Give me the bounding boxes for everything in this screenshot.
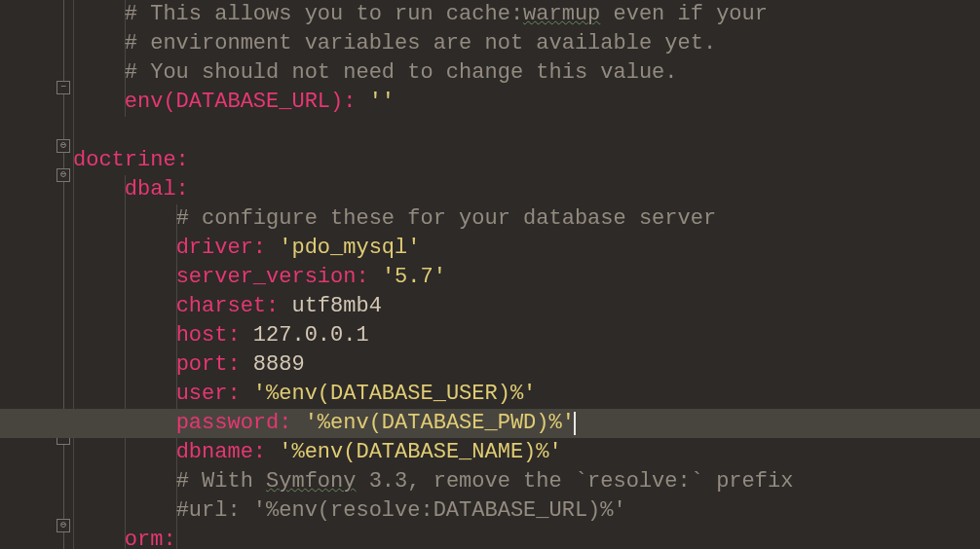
yaml-value: '' — [369, 90, 395, 114]
code-line[interactable]: host: 127.0.0.1 — [73, 321, 980, 350]
yaml-value: '%env(DATABASE_USER)%' — [253, 382, 536, 406]
yaml-value: '%env(DATABASE_NAME)%' — [279, 440, 561, 464]
code-line[interactable]: port: 8889 — [73, 350, 980, 380]
code-line[interactable]: # With Symfony 3.3, remove the `resolve:… — [73, 467, 980, 496]
yaml-value: '5.7' — [382, 265, 446, 289]
code-line[interactable]: driver: 'pdo_mysql' — [73, 234, 980, 263]
code-line[interactable]: doctrine: — [73, 146, 980, 175]
code-line[interactable]: #url: '%env(resolve:DATABASE_URL)%' — [73, 496, 980, 526]
fold-marker-icon[interactable]: ⊖ — [57, 168, 70, 182]
yaml-value: 8889 — [253, 352, 305, 377]
code-line[interactable]: dbname: '%env(DATABASE_NAME)%' — [73, 438, 980, 467]
yaml-key: driver: — [176, 236, 266, 260]
code-line-active[interactable]: password: '%env(DATABASE_PWD)%' — [0, 409, 980, 438]
comment-text: #url: '%env(resolve:DATABASE_URL)%' — [176, 498, 626, 523]
yaml-key: charset: — [176, 294, 280, 318]
yaml-key: env(DATABASE_URL): — [125, 90, 357, 114]
yaml-key: dbname: — [176, 440, 266, 464]
editor-gutter[interactable]: − ⊖ ⊖ − ⊖ — [0, 0, 73, 549]
code-line[interactable]: server_version: '5.7' — [73, 263, 980, 292]
yaml-key: host: — [176, 323, 241, 348]
yaml-key: orm: — [125, 528, 176, 549]
yaml-key: server_version: — [176, 265, 369, 289]
code-line[interactable]: user: '%env(DATABASE_USER)%' — [73, 380, 980, 409]
code-line[interactable]: env(DATABASE_URL): '' — [73, 88, 980, 117]
yaml-value: utf8mb4 — [291, 294, 381, 318]
yaml-value: 'pdo_mysql' — [279, 236, 420, 260]
yaml-key: dbal: — [125, 177, 189, 201]
code-line[interactable]: orm: — [73, 526, 980, 549]
code-editor[interactable]: # This allows you to run cache:warmup ev… — [73, 0, 980, 549]
code-line[interactable]: # configure these for your database serv… — [73, 204, 980, 234]
comment-text: # configure these for your database serv… — [176, 206, 717, 231]
yaml-key: password: — [176, 411, 292, 435]
yaml-key: user: — [176, 382, 241, 406]
text-cursor — [574, 412, 576, 435]
comment-text: # You should not need to change this val… — [125, 60, 678, 85]
yaml-value: 127.0.0.1 — [253, 323, 369, 348]
yaml-key: doctrine: — [73, 148, 189, 172]
code-line[interactable]: charset: utf8mb4 — [73, 292, 980, 321]
fold-marker-icon[interactable]: ⊖ — [57, 519, 70, 532]
code-line[interactable]: # You should not need to change this val… — [73, 58, 980, 88]
code-line[interactable] — [73, 117, 980, 146]
comment-text: # With Symfony 3.3, remove the `resolve:… — [176, 469, 794, 494]
yaml-value: '%env(DATABASE_PWD)%' — [305, 411, 575, 435]
code-line[interactable]: dbal: — [73, 175, 980, 204]
yaml-key: port: — [176, 352, 241, 377]
code-line[interactable]: # environment variables are not availabl… — [73, 29, 980, 58]
comment-text: # environment variables are not availabl… — [125, 31, 716, 55]
fold-marker-icon[interactable]: ⊖ — [57, 139, 70, 153]
comment-text: # This allows you to run cache:warmup ev… — [125, 2, 768, 26]
fold-marker-icon[interactable]: − — [57, 81, 70, 94]
code-line[interactable]: # This allows you to run cache:warmup ev… — [73, 0, 980, 29]
